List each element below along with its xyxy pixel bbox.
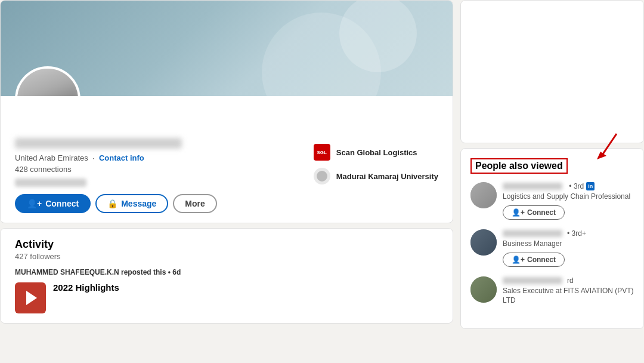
connect-icon: 👤+ <box>27 199 42 208</box>
work-item-university: Madurai Kamaraj University <box>314 168 438 184</box>
activity-repost-line: MUHAMMED SHAFEEQUE.K.N reposted this • 6… <box>15 268 438 276</box>
person-name-blurred-2 <box>503 230 562 237</box>
scan-logo: SGL <box>314 144 330 161</box>
person-name-line-3: rd <box>503 276 634 285</box>
person-item-1: • 3rd in Logistics and Supply Chain Prof… <box>470 182 634 220</box>
profile-extra-blurred <box>15 179 86 187</box>
profile-actions: 👤+ Connect 🔒 Message More <box>15 194 299 213</box>
person-item-2: • 3rd+ Business Manager 👤+ Connect <box>470 229 634 267</box>
people-also-viewed-header: People also viewed <box>470 158 568 174</box>
avatar <box>15 66 80 96</box>
activity-title: Activity <box>15 238 438 251</box>
company-name-scan: Scan Global Logistics <box>336 148 417 157</box>
play-icon <box>26 291 37 305</box>
activity-followers: 427 followers <box>15 252 438 261</box>
person-info-2: • 3rd+ Business Manager 👤+ Connect <box>503 229 634 267</box>
person-info-3: rd Sales Executive at FITS AVIATION (PVT… <box>503 276 634 310</box>
profile-name-blurred <box>15 138 182 149</box>
repost-text: reposted this • 6d <box>121 268 181 276</box>
svg-point-0 <box>317 171 327 182</box>
svg-marker-2 <box>597 152 606 159</box>
banner-decoration-circle-small <box>339 1 417 72</box>
work-item-scan: SGL Scan Global Logistics <box>314 144 438 161</box>
person-title-1: Logistics and Supply Chain Professional <box>503 192 634 202</box>
profile-right: SGL Scan Global Logistics Madurai Kamara… <box>314 138 438 213</box>
profile-banner <box>1 1 453 96</box>
person-connect-label-1: Connect <box>527 208 556 217</box>
location-text: United Arab Emirates <box>15 153 88 162</box>
profile-connections: 428 connections <box>15 165 299 174</box>
person-title-2: Business Manager <box>503 239 634 249</box>
message-button[interactable]: 🔒 Message <box>95 194 168 213</box>
linkedin-badge-1: in <box>586 182 595 190</box>
profile-info: United Arab Emirates · Contact info 428 … <box>1 96 453 223</box>
people-also-viewed-card: People also viewed • 3rd in Logistics an… <box>460 148 644 329</box>
person-connect-label-2: Connect <box>527 256 556 264</box>
message-label: Message <box>121 199 156 208</box>
profile-location: United Arab Emirates · Contact info <box>15 153 299 162</box>
person-name-blurred-1 <box>503 183 562 190</box>
person-degree-1 <box>565 182 566 190</box>
person-connect-icon-2: 👤+ <box>512 256 525 264</box>
person-avatar-2 <box>470 229 497 256</box>
person-connect-icon-1: 👤+ <box>512 208 525 217</box>
person-name-line-1: • 3rd in <box>503 182 634 190</box>
uni-logo <box>314 168 330 184</box>
person-info-1: • 3rd in Logistics and Supply Chain Prof… <box>503 182 634 220</box>
right-column: People also viewed • 3rd in Logistics an… <box>460 0 644 363</box>
connect-button[interactable]: 👤+ Connect <box>15 194 91 213</box>
profile-left: United Arab Emirates · Contact info 428 … <box>15 138 299 213</box>
activity-post: 2022 Highlights <box>15 282 438 313</box>
more-label: More <box>185 199 205 208</box>
post-thumbnail <box>15 282 46 313</box>
red-arrow-annotation <box>584 131 620 161</box>
connect-label: Connect <box>45 199 79 208</box>
message-icon: 🔒 <box>107 199 117 208</box>
contact-info-link[interactable]: Contact info <box>99 153 144 162</box>
person-name-line-2: • 3rd+ <box>503 229 634 238</box>
person-degree-text-3: rd <box>567 276 574 285</box>
repost-user: MUHAMMED SHAFEEQUE.K.N <box>15 268 119 276</box>
post-title: 2022 Highlights <box>53 282 119 293</box>
person-connect-button-1[interactable]: 👤+ Connect <box>503 205 565 220</box>
person-name-blurred-3 <box>503 277 562 284</box>
person-connect-button-2[interactable]: 👤+ Connect <box>503 253 565 267</box>
person-item-3: rd Sales Executive at FITS AVIATION (PVT… <box>470 276 634 310</box>
person-degree-text-2: • 3rd+ <box>567 229 586 238</box>
person-avatar-3 <box>470 276 497 303</box>
person-avatar-1 <box>470 182 497 208</box>
person-title-3: Sales Executive at FITS AVIATION (PVT) L… <box>503 286 634 306</box>
svg-line-1 <box>602 134 617 156</box>
profile-card: United Arab Emirates · Contact info 428 … <box>0 0 453 223</box>
company-name-uni: Madurai Kamaraj University <box>336 172 438 181</box>
more-button[interactable]: More <box>173 194 216 213</box>
activity-card: Activity 427 followers MUHAMMED SHAFEEQU… <box>0 228 453 324</box>
person-degree-text-1: • 3rd <box>569 182 584 190</box>
ad-space <box>460 0 644 143</box>
